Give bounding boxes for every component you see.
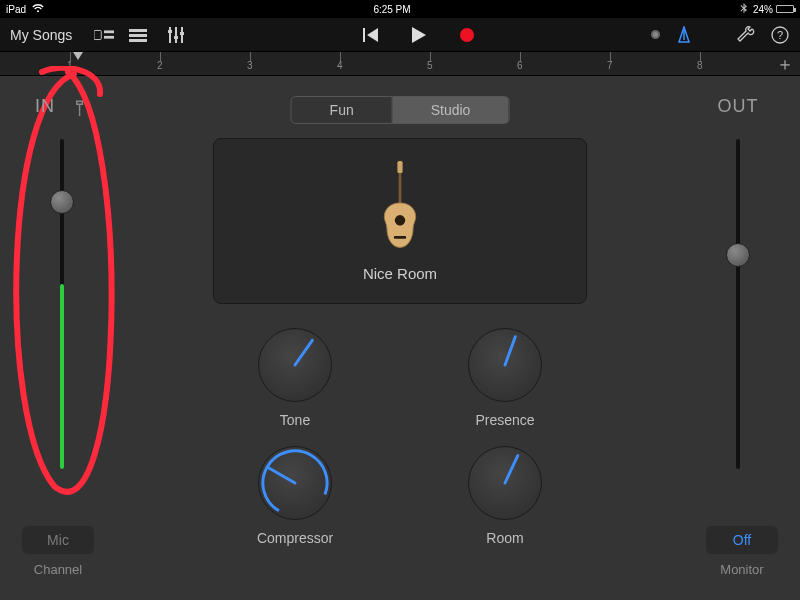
- metronome-icon[interactable]: [674, 25, 694, 45]
- guitar-icon: [372, 161, 428, 257]
- svg-rect-7: [174, 36, 178, 39]
- mixer-icon[interactable]: [166, 25, 186, 45]
- main-panel: IN OUT Mic Channel Off Monitor Fun Studi…: [0, 76, 800, 600]
- input-column: IN: [22, 96, 102, 469]
- app-toolbar: My Songs ?: [0, 18, 800, 52]
- track-list-icon[interactable]: [128, 25, 148, 45]
- svg-line-17: [505, 337, 515, 365]
- room-knob[interactable]: Room: [468, 446, 542, 546]
- channel-box: Mic Channel: [22, 526, 94, 578]
- input-slider-knob[interactable]: [50, 190, 74, 214]
- knob-grid: Tone Presence Compressor Room: [230, 328, 570, 546]
- my-songs-button[interactable]: My Songs: [10, 27, 72, 43]
- mic-channel-button[interactable]: Mic: [22, 526, 94, 554]
- svg-rect-1: [104, 30, 114, 33]
- battery-indicator: 24%: [753, 4, 794, 15]
- preset-card[interactable]: Nice Room: [213, 138, 587, 304]
- out-label: OUT: [718, 96, 759, 117]
- clock: 6:25 PM: [44, 4, 740, 15]
- svg-rect-3: [129, 29, 147, 32]
- svg-text:?: ?: [777, 29, 783, 41]
- monitor-toggle-button[interactable]: Off: [706, 526, 778, 554]
- svg-rect-9: [363, 28, 365, 42]
- svg-rect-6: [168, 30, 172, 33]
- monitor-label: Monitor: [720, 562, 763, 577]
- preset-mode-segmented: Fun Studio: [291, 96, 510, 124]
- svg-line-19: [269, 468, 295, 483]
- add-track-button[interactable]: ＋: [776, 55, 794, 73]
- play-button[interactable]: [409, 25, 429, 45]
- svg-rect-0: [94, 30, 101, 39]
- device-name: iPad: [6, 4, 26, 15]
- presence-knob[interactable]: Presence: [468, 328, 542, 428]
- in-label: IN: [35, 96, 55, 117]
- svg-rect-12: [397, 161, 402, 173]
- noise-gate-icon[interactable]: [68, 94, 93, 119]
- input-level-slider[interactable]: [60, 139, 64, 469]
- svg-rect-15: [394, 236, 406, 239]
- loop-indicator-icon[interactable]: [651, 30, 660, 39]
- svg-rect-8: [180, 32, 184, 35]
- transport-controls: [361, 25, 477, 45]
- tone-knob[interactable]: Tone: [258, 328, 332, 428]
- svg-line-20: [505, 456, 518, 483]
- input-level-meter: [60, 284, 64, 469]
- timeline-ruler[interactable]: 1 2 3 4 5 6 7 8 ＋: [0, 52, 800, 76]
- record-button[interactable]: [457, 25, 477, 45]
- output-column: OUT: [698, 96, 778, 469]
- bluetooth-icon: [740, 3, 747, 16]
- segment-studio[interactable]: Studio: [393, 97, 509, 123]
- monitor-box: Off Monitor: [706, 526, 778, 578]
- channel-label: Channel: [34, 562, 82, 577]
- svg-line-16: [295, 340, 312, 365]
- output-slider-knob[interactable]: [726, 243, 750, 267]
- tracks-view-icon[interactable]: [94, 25, 114, 45]
- output-level-slider[interactable]: [736, 139, 740, 469]
- segment-fun[interactable]: Fun: [292, 97, 393, 123]
- rewind-button[interactable]: [361, 25, 381, 45]
- svg-rect-5: [129, 39, 147, 42]
- svg-point-14: [395, 215, 405, 225]
- status-bar: iPad 6:25 PM 24%: [0, 0, 800, 18]
- svg-rect-4: [129, 34, 147, 37]
- help-icon[interactable]: ?: [770, 25, 790, 45]
- svg-rect-2: [104, 35, 114, 38]
- preset-name: Nice Room: [363, 265, 437, 282]
- settings-wrench-icon[interactable]: [736, 25, 756, 45]
- compressor-knob[interactable]: Compressor: [257, 446, 333, 546]
- wifi-icon: [32, 4, 44, 15]
